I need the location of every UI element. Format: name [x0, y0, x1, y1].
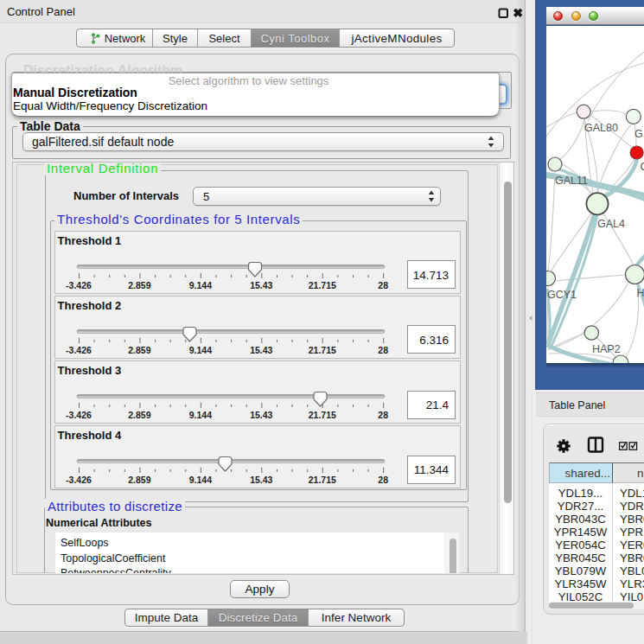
svg-text:G.: G.	[634, 128, 644, 140]
svg-text:HAP2: HAP2	[592, 343, 621, 355]
svg-text:GAL4: GAL4	[597, 218, 625, 230]
svg-text:GAL11: GAL11	[555, 175, 588, 187]
svg-text:GAL80: GAL80	[584, 122, 618, 134]
svg-text:H: H	[637, 287, 644, 299]
svg-text:C: C	[641, 161, 644, 173]
svg-text:GCY1: GCY1	[547, 289, 577, 301]
